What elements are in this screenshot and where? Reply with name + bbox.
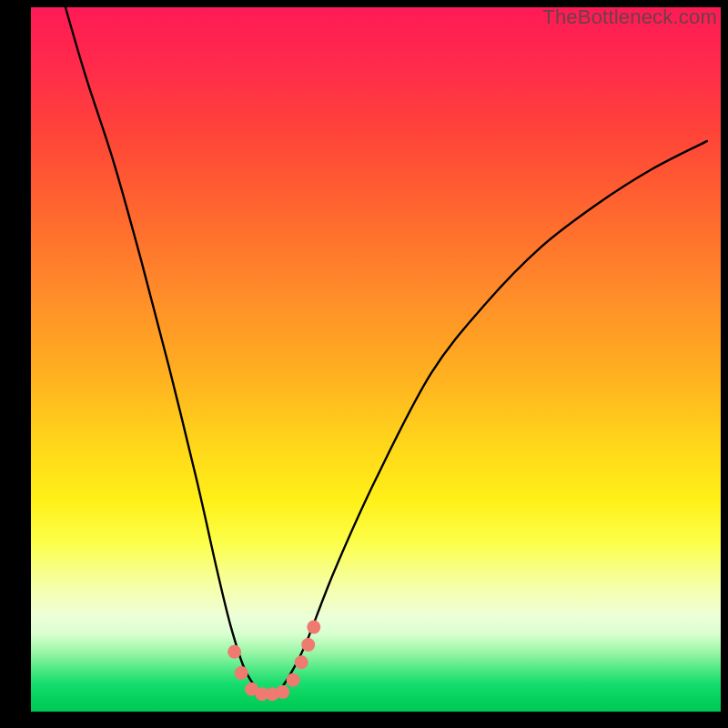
curve-marker [307,621,320,634]
curve-marker [276,685,289,699]
curve-marker [287,673,300,687]
curve-marker [301,638,315,652]
curve-marker [228,645,241,659]
curve-layer [31,7,721,712]
plot-area [31,7,721,712]
chart-frame: TheBottleneck.com [0,0,728,728]
watermark-text: TheBottleneck.com [542,5,717,29]
curve-marker [235,666,248,680]
bottleneck-curve-path [66,7,707,696]
curve-marker [295,655,308,669]
